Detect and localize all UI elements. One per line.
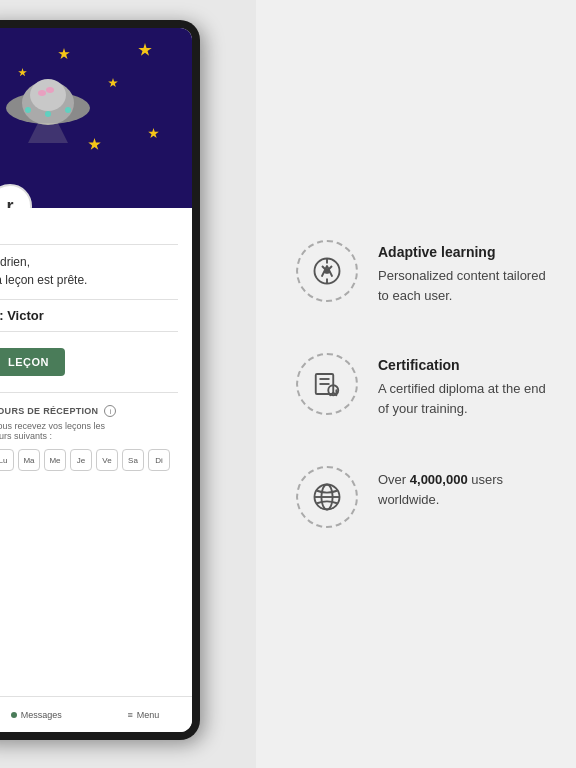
reception-header: JOURS DE RÉCEPTION i <box>0 405 178 417</box>
adaptive-learning-icon-wrapper <box>296 240 358 302</box>
day-lu[interactable]: Lu <box>0 449 14 471</box>
lesson-button[interactable]: LEÇON <box>0 348 65 376</box>
adaptive-learning-text: Adaptive learning Personalized content t… <box>378 240 546 305</box>
compass-icon <box>312 256 342 286</box>
star-decoration <box>138 43 152 57</box>
svg-point-20 <box>45 111 51 117</box>
divider-lesson <box>0 331 178 332</box>
tablet-screen: r Adrien,ta leçon est prête. 1: Victor L… <box>0 28 192 732</box>
day-di[interactable]: Di <box>148 449 170 471</box>
app-logo: r <box>0 184 32 208</box>
adaptive-learning-desc: Personalized content tailored to each us… <box>378 266 546 305</box>
reception-section: JOURS DE RÉCEPTION i Vous recevez vos le… <box>0 405 178 471</box>
svg-marker-22 <box>28 123 68 143</box>
star-decoration <box>108 78 118 88</box>
divider-greeting <box>0 299 178 300</box>
menu-icon: ≡ <box>127 710 132 720</box>
reception-desc: Vous recevez vos leçons lesjours suivant… <box>0 421 178 441</box>
tablet-device: r Adrien,ta leçon est prête. 1: Victor L… <box>0 20 200 740</box>
feature-adaptive-learning: Adaptive learning Personalized content t… <box>296 240 546 305</box>
worldwide-icon-wrapper <box>296 466 358 528</box>
feature-worldwide: Over 4,000,000 users worldwide. <box>296 466 546 528</box>
star-decoration <box>148 128 159 139</box>
feature-certification: Certification A certified diploma at the… <box>296 353 546 418</box>
svg-point-19 <box>25 107 31 113</box>
divider-btn <box>0 392 178 393</box>
features-panel: Adaptive learning Personalized content t… <box>256 0 576 768</box>
tablet-header: r <box>0 28 192 208</box>
reception-label: JOURS DE RÉCEPTION <box>0 406 98 416</box>
user-count: 4,000,000 <box>410 472 468 487</box>
svg-point-16 <box>30 79 66 111</box>
messages-label: Messages <box>21 710 62 720</box>
days-row: Lu Ma Me Je Ve Sa Di <box>0 449 178 471</box>
svg-point-21 <box>65 107 71 113</box>
certification-title: Certification <box>378 357 546 373</box>
ufo-illustration <box>0 53 103 143</box>
tablet-content: Adrien,ta leçon est prête. 1: Victor LEÇ… <box>0 208 192 481</box>
day-ma[interactable]: Ma <box>18 449 40 471</box>
greeting-text: Adrien,ta leçon est prête. <box>0 253 178 289</box>
svg-point-17 <box>38 90 46 96</box>
day-je[interactable]: Je <box>70 449 92 471</box>
worldwide-text: Over 4,000,000 users worldwide. <box>378 466 546 509</box>
globe-icon <box>312 482 342 512</box>
certification-icon-wrapper <box>296 353 358 415</box>
divider-top <box>0 244 178 245</box>
nav-messages[interactable]: Messages <box>11 710 62 720</box>
day-me[interactable]: Me <box>44 449 66 471</box>
lesson-number-text: 1: Victor <box>0 308 44 323</box>
nav-menu[interactable]: ≡ Menu <box>127 710 159 720</box>
messages-dot <box>11 712 17 718</box>
certification-desc: A certified diploma at the end of your t… <box>378 379 546 418</box>
day-ve[interactable]: Ve <box>96 449 118 471</box>
adaptive-learning-title: Adaptive learning <box>378 244 546 260</box>
day-sa[interactable]: Sa <box>122 449 144 471</box>
info-icon[interactable]: i <box>104 405 116 417</box>
worldwide-desc: Over 4,000,000 users worldwide. <box>378 470 546 509</box>
lesson-title: 1: Victor <box>0 308 178 323</box>
tablet-nav: Messages ≡ Menu <box>0 696 192 732</box>
certificate-icon <box>312 369 342 399</box>
svg-point-18 <box>46 87 54 93</box>
menu-label: Menu <box>137 710 160 720</box>
certification-text: Certification A certified diploma at the… <box>378 353 546 418</box>
